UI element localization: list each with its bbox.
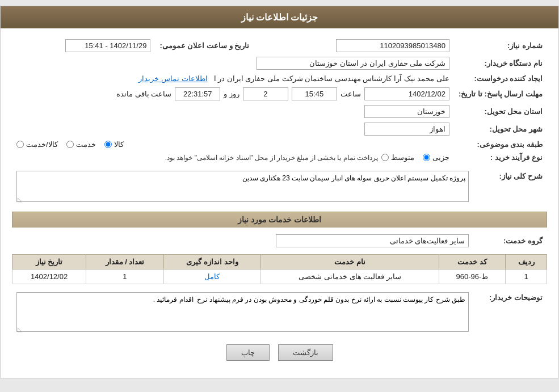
section-services-title: اطلاعات خدمات مورد نیاز: [12, 212, 547, 227]
cell-radif: 1: [506, 269, 547, 284]
contact-link[interactable]: اطلاعات تماس خریدار: [138, 74, 207, 83]
cell-nam: سایر فعالیت های خدماتی شخصی: [261, 269, 439, 284]
label-saat: ساعت: [341, 90, 361, 98]
col-vahed: واحد اندازه گیری: [163, 255, 261, 269]
label-namDastgah: نام دستگاه خریدار:: [454, 54, 547, 72]
row-namDastgah: نام دستگاه خریدار: شرکت ملی حفاری ایران …: [12, 54, 547, 72]
row-mohlatErsal: مهلت ارسال پاسخ: تا تاریخ: 1402/12/02 سا…: [12, 85, 547, 103]
table-header-row: ردیف کد خدمت نام خدمت واحد اندازه گیری ت…: [12, 255, 547, 269]
label-baghimande: ساعت باقی مانده: [116, 90, 171, 98]
resize-icon-2: ◺: [18, 326, 22, 332]
resize-icon: ◺: [18, 196, 22, 203]
row-tozihat: توضیحات خریدار: ◺: [12, 290, 547, 336]
value-mohlatErsal: 1402/12/02 ساعت 15:45 2 روز و 22:3: [12, 85, 454, 103]
row-tabaghe: طبقه بندی موضوعی: کالا/خدمت خدمت: [12, 138, 547, 151]
tarikh-elan-box: 1402/11/29 - 15:41: [65, 39, 150, 52]
row-gruppe: گروه خدمت: سایر فعالیت‌های خدماتی: [12, 232, 547, 250]
radio-khedmat-label: خدمت: [76, 140, 96, 149]
value-tozihat: ◺: [12, 290, 473, 336]
col-tarikh: تاریخ نیاز: [12, 255, 86, 269]
value-noeFarayand: متوسط جزیی پرداخت تمام یا بخشی از مبلغ خ…: [12, 151, 454, 164]
radio-kala[interactable]: کالا: [104, 140, 124, 149]
col-nam: نام خدمت: [261, 255, 439, 269]
sharh-textarea[interactable]: [16, 171, 469, 202]
radio-motovaset[interactable]: متوسط: [381, 153, 414, 162]
value-shahr: اهواز: [12, 120, 454, 138]
saat-box: 15:45: [292, 87, 337, 100]
row-shomareNiaz: شماره نیاز: 1102093985013480 تاریخ و ساع…: [12, 37, 547, 54]
label-sharh: شرح کلی نیاز:: [473, 168, 547, 206]
col-kod: کد خدمت: [439, 255, 505, 269]
radio-khedmat[interactable]: خدمت: [66, 140, 96, 149]
services-table: ردیف کد خدمت نام خدمت واحد اندازه گیری ت…: [12, 254, 547, 284]
shahr-box: اهواز: [364, 123, 449, 136]
rooz-box: 2: [243, 87, 288, 100]
shomareNiaz-box: 1102093985013480: [336, 39, 449, 52]
info-table: شماره نیاز: 1102093985013480 تاریخ و ساع…: [12, 37, 547, 164]
value-ejadKonande: علی محمد نیک آرا کارشناس مهندسی ساختمان …: [12, 72, 454, 85]
label-tarikh-elan: تاریخ و ساعت اعلان عمومی:: [155, 37, 254, 54]
tarikh-box: 1402/12/02: [364, 87, 449, 100]
label-ostan: استان محل تحویل:: [454, 103, 547, 120]
value-namDastgah: شرکت ملی حفاری ایران در استان خوزستان: [12, 54, 454, 72]
row-ejadKonande: ایجاد کننده درخواست: علی محمد نیک آرا کا…: [12, 72, 547, 85]
label-tozihat: توضیحات خریدار:: [473, 290, 547, 336]
tozihat-table: توضیحات خریدار: ◺: [12, 290, 547, 336]
namDastgah-box: شرکت ملی حفاری ایران در استان خوزستان: [257, 57, 449, 70]
radio-kala-label: کالا: [114, 140, 124, 149]
label-shahr: شهر محل تحویل:: [454, 120, 547, 138]
page-header: جزئیات اطلاعات نیاز: [1, 6, 558, 28]
value-sharh: ◺: [12, 168, 473, 206]
back-button[interactable]: بازگشت: [278, 344, 333, 361]
table-row: 1 ط-96-960 سایر فعالیت های خدماتی شخصی ک…: [12, 269, 547, 284]
row-ostan: استان محل تحویل: خوزستان: [12, 103, 547, 120]
cell-tedad: 1: [86, 269, 163, 284]
baghimande-box: 22:31:57: [175, 87, 220, 100]
label-rooz: روز و: [224, 90, 239, 98]
label-noeFarayand: نوع فرآیند خرید :: [454, 151, 547, 164]
radio-kala-khedmat[interactable]: کالا/خدمت: [16, 140, 58, 149]
ostan-box: خوزستان: [364, 105, 449, 118]
cell-tarikh: 1402/12/02: [12, 269, 86, 284]
cell-vahed: کامل: [163, 269, 261, 284]
col-radif: ردیف: [506, 255, 547, 269]
print-button[interactable]: چاپ: [226, 344, 270, 361]
label-mohlatErsal: مهلت ارسال پاسخ: تا تاریخ:: [454, 85, 547, 103]
label-ejadKonande: ایجاد کننده درخواست:: [454, 72, 547, 85]
value-tabaghe: کالا/خدمت خدمت کالا: [12, 138, 454, 151]
radio-motovaset-input[interactable]: [381, 154, 389, 161]
radio-kala-khedmat-input[interactable]: [16, 141, 24, 148]
value-ostan: خوزستان: [12, 103, 454, 120]
cell-kod: ط-96-960: [439, 269, 505, 284]
sharh-table: شرح کلی نیاز: ◺: [12, 168, 547, 206]
value-shomareNiaz: 1102093985013480: [268, 37, 454, 54]
row-noeFarayand: نوع فرآیند خرید : متوسط جزیی: [12, 151, 547, 164]
radio-motovaset-label: متوسط: [391, 153, 414, 162]
value-gruppe: سایر فعالیت‌های خدماتی: [12, 232, 473, 250]
radio-jozee-label: جزیی: [432, 153, 449, 162]
gruppe-box: سایر فعالیت‌های خدماتی: [276, 234, 469, 247]
label-shomareNiaz: شماره نیاز:: [454, 37, 547, 54]
radio-jozee[interactable]: جزیی: [423, 153, 449, 162]
tozihat-textarea[interactable]: [16, 292, 469, 332]
value-tarikh-elan: 1402/11/29 - 15:41: [12, 37, 155, 54]
noe-description: پرداخت تمام یا بخشی از مبلغ خریدار از مح…: [165, 154, 378, 162]
radio-kala-input[interactable]: [104, 141, 112, 148]
row-sharh: شرح کلی نیاز: ◺: [12, 168, 547, 206]
col-tedad: تعداد / مقدار: [86, 255, 163, 269]
radio-khedmat-input[interactable]: [66, 141, 74, 148]
sharh-wrapper: ◺: [16, 171, 469, 204]
row-shahr: شهر محل تحویل: اهواز: [12, 120, 547, 138]
label-gruppe: گروه خدمت:: [473, 232, 547, 250]
radio-kala-khedmat-label: کالا/خدمت: [26, 140, 58, 149]
page-title: جزئیات اطلاعات نیاز: [241, 12, 318, 22]
tozihat-wrapper: ◺: [16, 292, 469, 334]
gruppe-table: گروه خدمت: سایر فعالیت‌های خدماتی: [12, 232, 547, 250]
button-row: بازگشت چاپ: [12, 344, 547, 361]
radio-jozee-input[interactable]: [423, 154, 430, 161]
label-tabaghe: طبقه بندی موضوعی:: [454, 138, 547, 151]
